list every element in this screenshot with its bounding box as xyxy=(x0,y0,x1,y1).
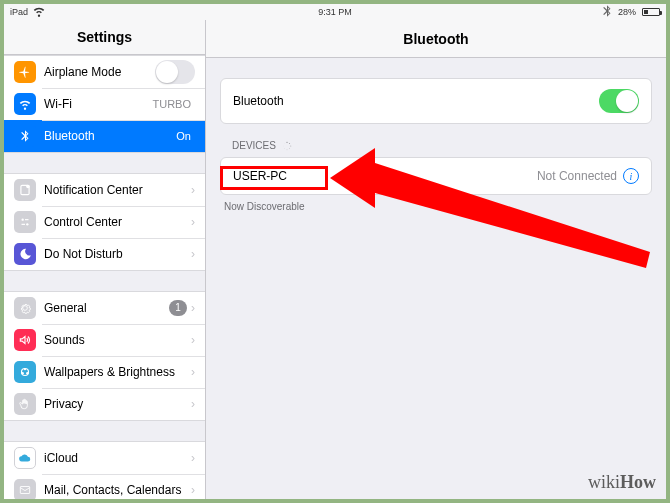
svg-point-1 xyxy=(26,185,30,189)
cloud-icon xyxy=(14,447,36,469)
mail-icon xyxy=(14,479,36,499)
badge: 1 xyxy=(169,300,187,316)
sidebar-item-label: Airplane Mode xyxy=(44,65,155,79)
battery-percent: 28% xyxy=(618,7,636,17)
wallpaper-icon xyxy=(14,361,36,383)
chevron-right-icon: › xyxy=(191,183,195,197)
sidebar-item-label: Do Not Disturb xyxy=(44,247,191,261)
gear-icon xyxy=(14,297,36,319)
svg-point-9 xyxy=(22,372,24,374)
bluetooth-icon xyxy=(14,125,36,147)
sidebar-item-label: iCloud xyxy=(44,451,191,465)
notif-icon xyxy=(14,179,36,201)
chevron-right-icon: › xyxy=(191,247,195,261)
bluetooth-toggle-row[interactable]: Bluetooth xyxy=(221,79,651,123)
svg-point-18 xyxy=(289,148,290,149)
sidebar-item-label: Control Center xyxy=(44,215,191,229)
sidebar-item-label: Sounds xyxy=(44,333,191,347)
spinner-icon xyxy=(282,141,292,151)
control-icon xyxy=(14,211,36,233)
moon-icon xyxy=(14,243,36,265)
svg-point-19 xyxy=(286,149,287,150)
sidebar-item-icloud[interactable]: iCloud› xyxy=(4,442,205,474)
svg-point-2 xyxy=(22,218,24,220)
svg-rect-3 xyxy=(25,219,29,220)
sidebar-item-airplane[interactable]: Airplane Mode xyxy=(4,56,205,88)
wifi-status-icon xyxy=(32,4,46,20)
wikihow-watermark: wikiHow xyxy=(588,472,656,493)
battery-icon xyxy=(640,8,660,16)
sidebar-item-wifi[interactable]: Wi-FiTURBO xyxy=(4,88,205,120)
airplane-toggle[interactable] xyxy=(155,60,195,84)
svg-point-22 xyxy=(284,143,285,144)
sidebar-item-dnd[interactable]: Do Not Disturb› xyxy=(4,238,205,270)
bluetooth-status-icon xyxy=(600,4,614,20)
sidebar-item-notifications[interactable]: Notification Center› xyxy=(4,174,205,206)
sidebar-item-label: Privacy xyxy=(44,397,191,411)
sidebar-item-wallpapers[interactable]: Wallpapers & Brightness› xyxy=(4,356,205,388)
discoverable-text: Now Discoverable xyxy=(220,195,305,212)
bluetooth-toggle-label: Bluetooth xyxy=(233,94,599,108)
svg-point-15 xyxy=(286,141,287,142)
sidebar-item-privacy[interactable]: Privacy› xyxy=(4,388,205,420)
sidebar-item-controlcenter[interactable]: Control Center› xyxy=(4,206,205,238)
sidebar-item-label: Mail, Contacts, Calendars xyxy=(44,483,191,497)
svg-rect-5 xyxy=(22,224,26,225)
status-bar: iPad 9:31 PM 28% xyxy=(4,4,666,20)
svg-marker-23 xyxy=(330,148,650,268)
chevron-right-icon: › xyxy=(191,333,195,347)
svg-point-16 xyxy=(289,142,290,143)
hand-icon xyxy=(14,393,36,415)
sidebar-item-detail: TURBO xyxy=(153,98,192,110)
svg-point-4 xyxy=(26,223,28,225)
content-title: Bluetooth xyxy=(206,20,666,58)
clock: 9:31 PM xyxy=(318,7,352,17)
sidebar-item-label: Notification Center xyxy=(44,183,191,197)
wifi-icon xyxy=(14,93,36,115)
svg-point-17 xyxy=(290,145,291,146)
sidebar-item-label: Wi-Fi xyxy=(44,97,153,111)
chevron-right-icon: › xyxy=(191,215,195,229)
sidebar-item-label: General xyxy=(44,301,169,315)
annotation-arrow xyxy=(330,130,660,290)
sidebar-title: Settings xyxy=(4,20,205,55)
sidebar-item-general[interactable]: General1› xyxy=(4,292,205,324)
chevron-right-icon: › xyxy=(191,451,195,465)
bluetooth-pane: Bluetooth Bluetooth DEVICES USER- xyxy=(206,20,666,499)
sounds-icon xyxy=(14,329,36,351)
sidebar-item-label: Bluetooth xyxy=(44,129,176,143)
annotation-highlight xyxy=(220,166,328,190)
airplane-icon xyxy=(14,61,36,83)
device-label: iPad xyxy=(10,7,28,17)
sidebar-item-mail[interactable]: Mail, Contacts, Calendars› xyxy=(4,474,205,499)
svg-point-21 xyxy=(283,145,284,146)
chevron-right-icon: › xyxy=(191,365,195,379)
chevron-right-icon: › xyxy=(191,301,195,315)
svg-point-7 xyxy=(24,368,26,370)
sidebar-item-label: Wallpapers & Brightness xyxy=(44,365,191,379)
svg-rect-10 xyxy=(20,486,29,493)
bluetooth-toggle-group: Bluetooth xyxy=(220,78,652,124)
sidebar-item-sounds[interactable]: Sounds› xyxy=(4,324,205,356)
svg-point-8 xyxy=(26,372,28,374)
sidebar-item-bluetooth[interactable]: BluetoothOn xyxy=(4,120,205,152)
settings-sidebar: Settings Airplane ModeWi-FiTURBOBluetoot… xyxy=(4,20,206,499)
sidebar-item-detail: On xyxy=(176,130,191,142)
svg-point-20 xyxy=(284,148,285,149)
bluetooth-toggle[interactable] xyxy=(599,89,639,113)
chevron-right-icon: › xyxy=(191,397,195,411)
chevron-right-icon: › xyxy=(191,483,195,497)
